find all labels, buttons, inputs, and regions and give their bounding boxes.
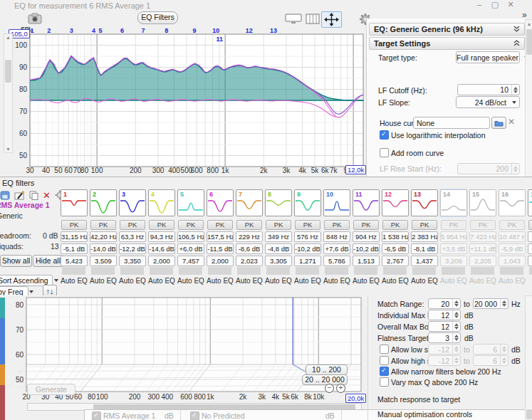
filter-type-button[interactable]: PK xyxy=(90,220,116,230)
filter-frequency-field[interactable] xyxy=(528,231,532,242)
filter-gain-field[interactable]: -12,2 dB xyxy=(119,243,146,254)
spinner-icon[interactable] xyxy=(500,299,508,308)
filter-type-button[interactable]: PK xyxy=(441,220,466,230)
filter-marker[interactable]: 13 xyxy=(270,28,277,34)
filter-type-button[interactable]: PK xyxy=(470,220,496,230)
filter-frequency-field[interactable]: 63,3 Hz xyxy=(119,231,146,242)
spinner-icon[interactable] xyxy=(452,310,460,320)
filter-gain-field[interactable]: +3,5 dB xyxy=(440,243,467,254)
panel-scrollbar[interactable] xyxy=(525,295,532,420)
spinner-icon[interactable] xyxy=(452,299,460,308)
filter-curve-thumbnail[interactable]: 16 xyxy=(499,189,526,216)
filter-frequency-field[interactable]: 349 Hz xyxy=(265,231,292,242)
filter-gain-field[interactable]: -10,2 dB xyxy=(294,243,321,254)
filter-frequency-field[interactable]: 5 954 Hz xyxy=(440,231,467,242)
maximize-button[interactable]: ▢ xyxy=(487,0,503,9)
filter-q-field[interactable]: 7,457 xyxy=(177,256,204,266)
minimize-button[interactable]: – xyxy=(471,0,487,9)
filter-gain-field[interactable]: +7,6 dB xyxy=(323,243,350,254)
filter-frequency-field[interactable]: 2 383 Hz xyxy=(411,231,438,242)
filter-gain-field[interactable]: -8,1 dB xyxy=(411,243,438,254)
overall-boost-field[interactable]: 12 xyxy=(428,321,461,332)
pan-mode-button[interactable] xyxy=(321,11,342,28)
filter-frequency-field[interactable]: 106,5 Hz xyxy=(177,231,204,242)
filter-gain-field[interactable]: -10,2 dB xyxy=(353,243,380,254)
filter-curve-thumbnail[interactable]: 14 xyxy=(440,189,467,216)
clear-house-curve-icon[interactable]: ✕ xyxy=(508,117,515,127)
filter-frequency-field[interactable]: 1 538 Hz xyxy=(382,231,409,242)
filter-frequency-field[interactable]: 904 Hz xyxy=(353,231,380,242)
filter-frequency-field[interactable]: 94,3 Hz xyxy=(148,231,175,242)
filter-curve-thumbnail[interactable]: 13 xyxy=(411,189,438,216)
filter-q-field[interactable]: 5,786 xyxy=(323,256,350,266)
generate-button[interactable]: Generate xyxy=(27,384,75,395)
narrow-filters-checkbox[interactable] xyxy=(380,367,389,376)
filter-type-button[interactable]: PK xyxy=(61,220,87,230)
filter-marker[interactable]: 3 xyxy=(70,28,73,34)
flatness-field[interactable]: 3 xyxy=(428,332,461,343)
trace-1-checkbox[interactable] xyxy=(92,411,101,420)
filter-type-button[interactable]: PK xyxy=(499,220,525,230)
main-eq-graph[interactable]: 3040506070801002003004005006008001k2k3k4… xyxy=(0,28,367,177)
filter-type-button[interactable]: PK xyxy=(149,220,174,230)
target-settings-header[interactable]: Target Settings xyxy=(369,37,525,50)
log-interp-checkbox[interactable] xyxy=(380,130,389,140)
spinner-icon[interactable] xyxy=(452,333,460,342)
auto-eq-button[interactable]: Auto EQ xyxy=(61,277,88,285)
filter-frequency-field[interactable]: 31,15 Hz xyxy=(61,231,88,242)
filter-marker[interactable]: 4 xyxy=(92,28,95,34)
filter-gain-field[interactable] xyxy=(528,243,532,254)
auto-eq-button[interactable]: Auto EQ xyxy=(411,277,438,285)
eq-filters-button[interactable]: EQ Filters xyxy=(137,11,178,24)
graph-layout-button[interactable] xyxy=(283,13,303,25)
filter-q-field[interactable]: 1,513 xyxy=(353,256,380,266)
filter-marker[interactable]: 2 xyxy=(47,28,51,34)
auto-eq-button[interactable]: Auto EQ xyxy=(294,277,321,285)
filter-gain-field[interactable]: +6,0 dB xyxy=(177,243,204,254)
filter-frequency-field[interactable]: 848 Hz xyxy=(323,231,350,242)
filter-curve-thumbnail[interactable]: 7 xyxy=(236,189,263,216)
match-range-from-field[interactable]: 20 xyxy=(428,298,461,309)
filter-curve-thumbnail[interactable]: 6 xyxy=(207,189,234,216)
filter-marker[interactable]: 9 xyxy=(192,28,196,34)
scroll-up-icon[interactable]: ▲ xyxy=(526,21,532,26)
filter-type-button[interactable]: PK xyxy=(412,220,437,230)
measurement-thumb-strip[interactable] xyxy=(0,364,5,385)
spl-axis-scrollbar[interactable]: ▲ ▼ xyxy=(4,33,13,153)
filter-gain-field[interactable]: -14,6 dB xyxy=(148,243,175,254)
filter-frequency-field[interactable]: 229 Hz xyxy=(236,231,263,242)
filter-q-field[interactable]: 1,271 xyxy=(294,256,321,266)
filter-marker[interactable]: 8 xyxy=(165,28,168,34)
auto-eq-button[interactable]: Auto EQ xyxy=(265,277,292,285)
filter-q-field[interactable]: 2,000 xyxy=(207,256,234,266)
filter-frequency-field[interactable]: 42,20 Hz xyxy=(90,231,117,242)
filter-q-field[interactable]: 3,350 xyxy=(119,256,146,266)
measurement-thumb-strip[interactable] xyxy=(0,298,5,318)
close-button[interactable]: ✕ xyxy=(503,0,518,9)
filter-type-button[interactable]: PK xyxy=(353,220,379,230)
filter-curve-thumbnail[interactable]: 9 xyxy=(294,189,321,216)
filter-curve-thumbnail[interactable]: 5 xyxy=(177,189,204,216)
filter-q-field[interactable]: 3,509 xyxy=(90,256,117,266)
scrollbar-thumb[interactable] xyxy=(526,29,532,55)
spinner-icon[interactable] xyxy=(452,322,460,331)
scrollbar-thumb[interactable] xyxy=(5,60,11,83)
scrollbar-thumb[interactable] xyxy=(526,409,532,419)
filter-curve-thumbnail[interactable]: 11 xyxy=(353,189,380,216)
filter-q-field[interactable]: 2,205 xyxy=(469,256,496,266)
filter-type-button[interactable]: PK xyxy=(295,220,320,230)
filter-q-field[interactable]: 2,767 xyxy=(382,256,409,266)
filter-gain-field[interactable]: -14,0 dB xyxy=(90,243,117,254)
auto-eq-button[interactable]: Auto EQ xyxy=(148,277,175,285)
filter-type-button[interactable]: PK xyxy=(382,220,408,230)
filter-q-field[interactable]: 5,423 xyxy=(61,256,88,266)
filter-marker[interactable]: 7 xyxy=(141,28,145,34)
auto-eq-button[interactable]: Auto EQ xyxy=(382,277,409,285)
filter-q-field[interactable] xyxy=(528,256,532,266)
filter-q-field[interactable]: 2,023 xyxy=(236,256,263,266)
filter-gain-field[interactable]: -8,6 dB xyxy=(236,243,263,254)
freq-axis-max-box[interactable]: 20,0k xyxy=(345,394,366,403)
freq-axis-max-box[interactable]: 12,0k xyxy=(345,165,366,174)
filter-q-field[interactable]: 3,305 xyxy=(265,256,292,266)
filter-curve-thumbnail[interactable]: 2 xyxy=(90,189,117,216)
